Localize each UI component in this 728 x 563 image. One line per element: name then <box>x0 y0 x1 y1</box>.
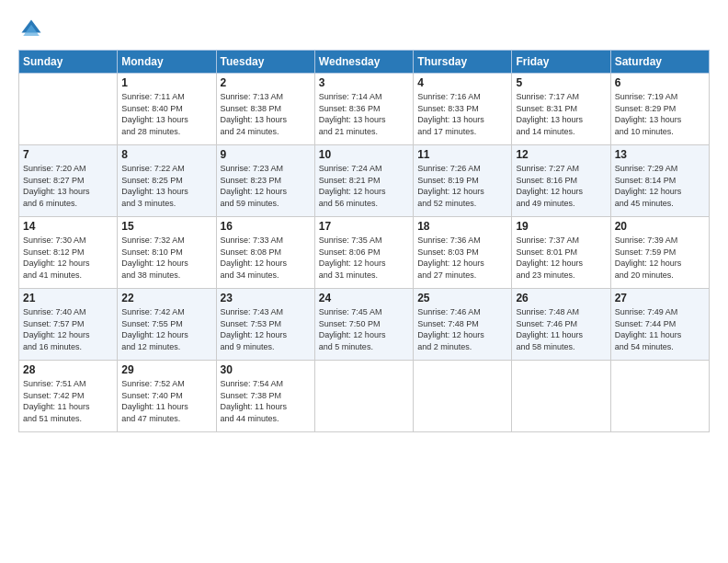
day-info: Sunrise: 7:43 AM Sunset: 7:53 PM Dayligh… <box>221 306 311 352</box>
week-row-1: 1Sunrise: 7:11 AM Sunset: 8:40 PM Daylig… <box>19 74 710 145</box>
day-number: 19 <box>516 220 606 233</box>
day-info: Sunrise: 7:20 AM Sunset: 8:27 PM Dayligh… <box>23 163 113 209</box>
calendar-table: SundayMondayTuesdayWednesdayThursdayFrid… <box>18 50 710 432</box>
day-cell: 15Sunrise: 7:32 AM Sunset: 8:10 PM Dayli… <box>118 217 216 289</box>
day-number: 7 <box>23 148 113 161</box>
day-info: Sunrise: 7:26 AM Sunset: 8:19 PM Dayligh… <box>417 163 507 209</box>
day-number: 18 <box>417 220 507 233</box>
day-number: 14 <box>23 220 113 233</box>
day-number: 25 <box>417 292 507 304</box>
day-number: 28 <box>23 363 113 376</box>
week-row-5: 28Sunrise: 7:51 AM Sunset: 7:42 PM Dayli… <box>19 361 710 432</box>
day-info: Sunrise: 7:22 AM Sunset: 8:25 PM Dayligh… <box>121 163 211 209</box>
day-info: Sunrise: 7:36 AM Sunset: 8:03 PM Dayligh… <box>417 235 507 281</box>
day-cell: 27Sunrise: 7:49 AM Sunset: 7:44 PM Dayli… <box>610 289 709 361</box>
day-number: 11 <box>417 148 507 161</box>
day-info: Sunrise: 7:14 AM Sunset: 8:36 PM Dayligh… <box>319 91 409 137</box>
day-info: Sunrise: 7:19 AM Sunset: 8:29 PM Dayligh… <box>615 91 705 137</box>
header <box>18 17 710 42</box>
day-number: 4 <box>417 76 507 89</box>
day-info: Sunrise: 7:29 AM Sunset: 8:14 PM Dayligh… <box>615 163 705 209</box>
day-number: 6 <box>615 76 705 89</box>
day-cell <box>414 361 512 432</box>
day-cell: 13Sunrise: 7:29 AM Sunset: 8:14 PM Dayli… <box>610 145 709 217</box>
day-number: 21 <box>23 292 113 304</box>
day-info: Sunrise: 7:42 AM Sunset: 7:55 PM Dayligh… <box>121 306 211 352</box>
day-number: 16 <box>221 220 311 233</box>
day-number: 23 <box>221 292 311 304</box>
day-cell <box>512 361 610 432</box>
day-info: Sunrise: 7:32 AM Sunset: 8:10 PM Dayligh… <box>121 235 211 281</box>
weekday-header-tuesday: Tuesday <box>216 51 314 74</box>
week-row-2: 7Sunrise: 7:20 AM Sunset: 8:27 PM Daylig… <box>19 145 710 217</box>
day-cell: 24Sunrise: 7:45 AM Sunset: 7:50 PM Dayli… <box>314 289 413 361</box>
day-number: 8 <box>121 148 211 161</box>
day-cell <box>19 74 118 145</box>
day-number: 3 <box>319 76 409 89</box>
day-info: Sunrise: 7:24 AM Sunset: 8:21 PM Dayligh… <box>319 163 409 209</box>
day-number: 26 <box>516 292 606 304</box>
day-info: Sunrise: 7:37 AM Sunset: 8:01 PM Dayligh… <box>516 235 606 281</box>
day-info: Sunrise: 7:40 AM Sunset: 7:57 PM Dayligh… <box>23 306 113 352</box>
day-cell: 3Sunrise: 7:14 AM Sunset: 8:36 PM Daylig… <box>314 74 413 145</box>
day-cell: 17Sunrise: 7:35 AM Sunset: 8:06 PM Dayli… <box>314 217 413 289</box>
day-info: Sunrise: 7:51 AM Sunset: 7:42 PM Dayligh… <box>23 378 113 424</box>
day-cell <box>314 361 413 432</box>
day-cell: 14Sunrise: 7:30 AM Sunset: 8:12 PM Dayli… <box>19 217 118 289</box>
day-number: 24 <box>319 292 409 304</box>
day-cell: 10Sunrise: 7:24 AM Sunset: 8:21 PM Dayli… <box>314 145 413 217</box>
weekday-header-wednesday: Wednesday <box>314 51 413 74</box>
day-cell: 22Sunrise: 7:42 AM Sunset: 7:55 PM Dayli… <box>118 289 216 361</box>
day-cell: 6Sunrise: 7:19 AM Sunset: 8:29 PM Daylig… <box>610 74 709 145</box>
day-info: Sunrise: 7:48 AM Sunset: 7:46 PM Dayligh… <box>516 306 606 352</box>
day-number: 10 <box>319 148 409 161</box>
weekday-header-monday: Monday <box>118 51 216 74</box>
day-number: 5 <box>516 76 606 89</box>
day-cell: 1Sunrise: 7:11 AM Sunset: 8:40 PM Daylig… <box>118 74 216 145</box>
day-info: Sunrise: 7:52 AM Sunset: 7:40 PM Dayligh… <box>121 378 211 424</box>
day-info: Sunrise: 7:49 AM Sunset: 7:44 PM Dayligh… <box>615 306 705 352</box>
day-cell <box>610 361 709 432</box>
day-number: 20 <box>615 220 705 233</box>
weekday-header-friday: Friday <box>512 51 610 74</box>
day-number: 22 <box>121 292 211 304</box>
day-info: Sunrise: 7:35 AM Sunset: 8:06 PM Dayligh… <box>319 235 409 281</box>
day-cell: 29Sunrise: 7:52 AM Sunset: 7:40 PM Dayli… <box>118 361 216 432</box>
weekday-header-row: SundayMondayTuesdayWednesdayThursdayFrid… <box>19 51 710 74</box>
page: SundayMondayTuesdayWednesdayThursdayFrid… <box>0 0 728 563</box>
weekday-header-saturday: Saturday <box>610 51 709 74</box>
day-cell: 26Sunrise: 7:48 AM Sunset: 7:46 PM Dayli… <box>512 289 610 361</box>
weekday-header-thursday: Thursday <box>414 51 512 74</box>
day-info: Sunrise: 7:13 AM Sunset: 8:38 PM Dayligh… <box>221 91 311 137</box>
day-info: Sunrise: 7:46 AM Sunset: 7:48 PM Dayligh… <box>417 306 507 352</box>
day-info: Sunrise: 7:39 AM Sunset: 7:59 PM Dayligh… <box>615 235 705 281</box>
day-number: 29 <box>121 363 211 376</box>
day-number: 9 <box>221 148 311 161</box>
day-info: Sunrise: 7:54 AM Sunset: 7:38 PM Dayligh… <box>221 378 311 424</box>
day-info: Sunrise: 7:16 AM Sunset: 8:33 PM Dayligh… <box>417 91 507 137</box>
day-number: 12 <box>516 148 606 161</box>
week-row-4: 21Sunrise: 7:40 AM Sunset: 7:57 PM Dayli… <box>19 289 710 361</box>
day-info: Sunrise: 7:17 AM Sunset: 8:31 PM Dayligh… <box>516 91 606 137</box>
day-cell: 23Sunrise: 7:43 AM Sunset: 7:53 PM Dayli… <box>216 289 314 361</box>
day-cell: 9Sunrise: 7:23 AM Sunset: 8:23 PM Daylig… <box>216 145 314 217</box>
day-cell: 5Sunrise: 7:17 AM Sunset: 8:31 PM Daylig… <box>512 74 610 145</box>
logo-icon <box>18 17 44 42</box>
weekday-header-sunday: Sunday <box>19 51 118 74</box>
day-number: 15 <box>121 220 211 233</box>
day-cell: 12Sunrise: 7:27 AM Sunset: 8:16 PM Dayli… <box>512 145 610 217</box>
day-number: 2 <box>221 76 311 89</box>
day-cell: 8Sunrise: 7:22 AM Sunset: 8:25 PM Daylig… <box>118 145 216 217</box>
day-cell: 16Sunrise: 7:33 AM Sunset: 8:08 PM Dayli… <box>216 217 314 289</box>
day-cell: 2Sunrise: 7:13 AM Sunset: 8:38 PM Daylig… <box>216 74 314 145</box>
day-cell: 19Sunrise: 7:37 AM Sunset: 8:01 PM Dayli… <box>512 217 610 289</box>
day-number: 17 <box>319 220 409 233</box>
day-cell: 4Sunrise: 7:16 AM Sunset: 8:33 PM Daylig… <box>414 74 512 145</box>
day-cell: 28Sunrise: 7:51 AM Sunset: 7:42 PM Dayli… <box>19 361 118 432</box>
day-cell: 7Sunrise: 7:20 AM Sunset: 8:27 PM Daylig… <box>19 145 118 217</box>
day-info: Sunrise: 7:11 AM Sunset: 8:40 PM Dayligh… <box>121 91 211 137</box>
day-cell: 18Sunrise: 7:36 AM Sunset: 8:03 PM Dayli… <box>414 217 512 289</box>
day-info: Sunrise: 7:45 AM Sunset: 7:50 PM Dayligh… <box>319 306 409 352</box>
day-info: Sunrise: 7:33 AM Sunset: 8:08 PM Dayligh… <box>221 235 311 281</box>
day-info: Sunrise: 7:30 AM Sunset: 8:12 PM Dayligh… <box>23 235 113 281</box>
